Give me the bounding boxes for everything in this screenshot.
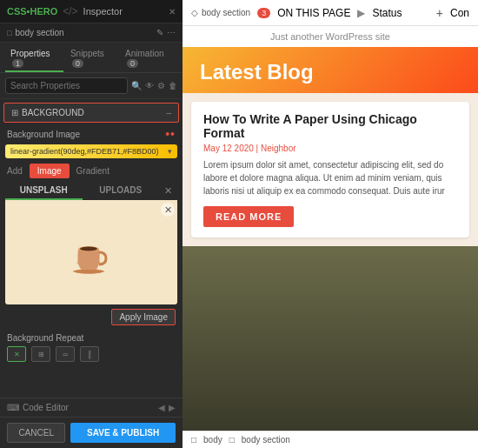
expand-right-icon[interactable]: ▶ <box>169 403 176 412</box>
breadcrumb-bar: □ body section ✎ ⋯ <box>0 23 183 43</box>
con-label: Con <box>450 7 469 19</box>
blog-title-section: Latest Blog <box>183 47 478 93</box>
gradient-arrow-icon: ▾ <box>168 147 172 156</box>
strip-overlay <box>183 246 478 431</box>
background-section-header: ⊞ BACKGROUND – <box>3 103 179 123</box>
gradient-label: linear-gradient(90deg,#FDEB71,#F8BD00) <box>10 147 159 156</box>
uploads-tab[interactable]: UPLOADS <box>83 182 160 200</box>
apply-image-button[interactable]: Apply Image <box>111 309 176 325</box>
status-label: Status <box>372 7 402 19</box>
section-header-left: ⊞ BACKGROUND <box>11 108 84 117</box>
tab-snippets[interactable]: Snippets 0 <box>65 46 118 72</box>
right-top-bar: ◇ body section 3 ON THIS PAGE ▶ Status +… <box>183 0 478 26</box>
bg-repeat-label: Background Repeat <box>0 330 183 344</box>
gradient-row[interactable]: linear-gradient(90deg,#FDEB71,#F8BD00) ▾ <box>5 144 177 158</box>
add-label: Add <box>7 166 23 176</box>
blog-card: How To Write A Paper Using Chicago Forma… <box>191 102 469 237</box>
save-publish-button[interactable]: SAVE & PUBLISH <box>70 423 176 443</box>
footer-body-section-label[interactable]: body section <box>242 435 290 445</box>
background-icon: ⊞ <box>11 108 18 117</box>
search-icon[interactable]: 🔍 <box>131 81 142 90</box>
bottom-image-strip <box>183 246 478 431</box>
collapse-left-icon[interactable]: ◀ <box>158 403 165 412</box>
bg-image-label: Background Image <box>7 130 80 139</box>
breadcrumb-label: body section <box>15 28 63 37</box>
gradient-tab-button[interactable]: Gradient <box>76 166 110 176</box>
right-footer-bar: □ body □ body section <box>183 431 478 448</box>
properties-badge: 1 <box>12 59 23 68</box>
image-tabs-row: Add Image Gradient <box>0 160 183 182</box>
unsplash-tab[interactable]: UNSPLASH <box>5 182 83 200</box>
eye-icon[interactable]: 👁 <box>145 81 154 90</box>
close-icon[interactable]: ✕ <box>169 7 176 17</box>
bottom-buttons-row: CANCEL SAVE & PUBLISH <box>0 417 183 448</box>
repeat-vertical-icon[interactable]: ║ <box>80 346 99 362</box>
settings-icon[interactable]: ⚙ <box>157 81 165 90</box>
on-this-page-label: ON THIS PAGE <box>277 7 350 19</box>
footer-body-icon: □ <box>191 435 196 445</box>
repeat-icons-row: ✕ ⊞ ═ ║ <box>0 344 183 364</box>
search-input[interactable] <box>5 77 128 94</box>
right-panel: ◇ body section 3 ON THIS PAGE ▶ Status +… <box>183 0 478 448</box>
bg-dots: •• <box>165 127 176 141</box>
image-panel-tabs: UNSPLASH UPLOADS ✕ <box>5 182 177 200</box>
site-subtitle: Just another WordPress site <box>183 26 478 47</box>
footer-body-section-icon: □ <box>229 435 235 445</box>
search-row: 🔍 👁 ⚙ 🗑 <box>0 73 183 99</box>
image-panel-close-icon[interactable]: ✕ <box>159 182 177 200</box>
blog-card-meta: May 12 2020 | Neighbor <box>203 144 457 153</box>
properties-tabs: Properties 1 Snippets 0 Animation 0 <box>0 43 183 73</box>
tab-animation[interactable]: Animation 0 <box>120 46 177 72</box>
coffee-cup-image <box>73 230 110 275</box>
footer-body-label[interactable]: body <box>203 435 222 445</box>
element-icon: □ <box>7 29 11 37</box>
search-icons: 🔍 👁 ⚙ 🗑 <box>131 81 177 90</box>
separator: </> <box>63 5 77 17</box>
image-tab-button[interactable]: Image <box>30 164 70 178</box>
apply-image-row: Apply Image <box>0 304 183 330</box>
code-editor-arrows: ◀ ▶ <box>158 403 176 412</box>
read-more-button[interactable]: READ MORE <box>203 206 294 227</box>
inspector-label: Inspector <box>83 6 123 17</box>
right-breadcrumb: ◇ body section <box>191 8 250 17</box>
svg-point-4 <box>73 270 104 273</box>
image-panel: UNSPLASH UPLOADS ✕ ✕ <box>5 182 177 304</box>
code-editor-row: ⌨ Code Editor ◀ ▶ <box>0 398 183 417</box>
code-editor-icon: ⌨ <box>7 403 19 412</box>
blog-card-title: How To Write A Paper Using Chicago Forma… <box>203 112 457 140</box>
section-expand-icon[interactable]: – <box>166 108 171 117</box>
left-panel: CSS•HERO </> Inspector ✕ □ body section … <box>0 0 183 448</box>
blog-card-excerpt: Lorem ipsum dolor sit amet, consectetur … <box>203 158 457 197</box>
code-editor-label[interactable]: Code Editor <box>23 403 69 412</box>
section-actions: – <box>166 108 171 117</box>
add-button[interactable]: + <box>436 6 443 20</box>
top-bar-actions: ✕ <box>169 7 176 17</box>
on-this-page-badge: 3 <box>257 8 270 18</box>
top-bar: CSS•HERO </> Inspector ✕ <box>0 0 183 23</box>
tab-properties[interactable]: Properties 1 <box>5 46 63 72</box>
trash-icon[interactable]: 🗑 <box>169 81 177 90</box>
right-breadcrumb-icon: ◇ <box>191 8 198 17</box>
svg-point-2 <box>80 247 97 251</box>
image-preview-area: ✕ <box>5 200 177 304</box>
css-hero-logo: CSS•HERO <box>7 6 57 17</box>
repeat-all-icon[interactable]: ⊞ <box>31 346 50 362</box>
snippets-badge: 0 <box>72 59 83 68</box>
edit-icon[interactable]: ✎ <box>156 28 163 37</box>
right-breadcrumb-label: body section <box>202 8 250 17</box>
image-remove-icon[interactable]: ✕ <box>161 203 175 217</box>
repeat-horizontal-icon[interactable]: ═ <box>56 346 75 362</box>
bg-image-label-row: Background Image •• <box>0 123 183 143</box>
blog-title: Latest Blog <box>200 60 461 84</box>
animation-badge: 0 <box>127 59 138 68</box>
more-icon[interactable]: ⋯ <box>167 28 176 37</box>
repeat-none-icon[interactable]: ✕ <box>7 346 26 362</box>
cancel-button[interactable]: CANCEL <box>7 423 65 443</box>
section-label: BACKGROUND <box>22 108 84 117</box>
